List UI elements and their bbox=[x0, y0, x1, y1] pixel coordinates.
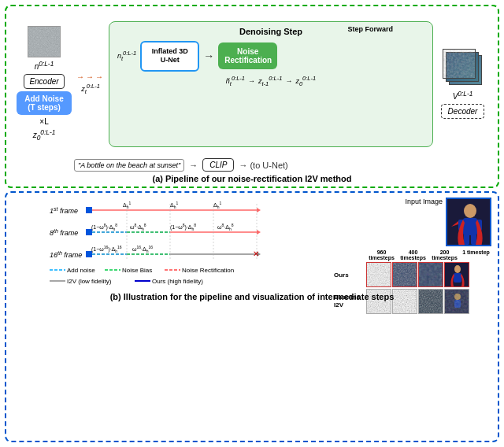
v-label: V0:L-1 bbox=[453, 90, 473, 101]
text-prompt: "A bottle on the beach at sunset" bbox=[74, 159, 184, 172]
unet-box: Inflated 3D U-Net bbox=[140, 41, 199, 72]
svg-rect-55 bbox=[367, 263, 391, 287]
svg-marker-13 bbox=[257, 208, 261, 212]
svg-rect-2 bbox=[443, 50, 476, 79]
ours-cell-960 bbox=[366, 262, 391, 287]
multiply-label: ×L bbox=[39, 117, 48, 126]
frame-arrow-diagram: 1st frame 8th frame 16th frame bbox=[13, 198, 328, 288]
svg-text:Δh1: Δh1 bbox=[170, 201, 178, 209]
ts-label-400: 400 timesteps bbox=[398, 249, 428, 260]
svg-rect-62 bbox=[454, 273, 461, 283]
timestep-header: 960 timesteps 400 timesteps 200 timestep… bbox=[334, 249, 491, 260]
top-panel: n0:L-1 Encoder Add Noise (T steps) ×L bbox=[5, 5, 499, 188]
svg-text:ω8·Δh8: ω8·Δh8 bbox=[217, 223, 234, 231]
svg-text:(1−ω16)·Δh16: (1−ω16)·Δh16 bbox=[91, 245, 122, 253]
top-panel-inner: n0:L-1 Encoder Add Noise (T steps) ×L bbox=[13, 11, 491, 183]
output-video-thumb bbox=[443, 49, 484, 87]
svg-text:✕: ✕ bbox=[253, 249, 259, 258]
ts-label-200: 200 timesteps bbox=[429, 249, 460, 260]
svg-rect-52 bbox=[464, 234, 469, 245]
right-image-section: Input Image bbox=[334, 198, 491, 288]
noise-thumbnail bbox=[28, 26, 61, 57]
svg-text:ω8·Δh8: ω8·Δh8 bbox=[130, 223, 146, 231]
ours-cell-1 bbox=[444, 262, 469, 287]
svg-text:I2V (low fidelity): I2V (low fidelity) bbox=[67, 278, 112, 285]
clip-arrow: → (to U-Net) bbox=[239, 161, 287, 170]
svg-rect-59 bbox=[419, 263, 443, 287]
input-image-label: Input Image bbox=[405, 198, 443, 205]
svg-text:Ours (high fidelity): Ours (high fidelity) bbox=[152, 278, 203, 285]
main-container: n0:L-1 Encoder Add Noise (T steps) ×L bbox=[0, 0, 504, 447]
ours-cell-400 bbox=[392, 262, 417, 287]
denoising-output-row: ñt0:L-1 → zt-10:L-1 → z00:L-1 bbox=[226, 75, 316, 87]
bottom-panel-inner: 1st frame 8th frame 16th frame bbox=[13, 198, 491, 436]
svg-text:(1−ω8)·Δh8: (1−ω8)·Δh8 bbox=[170, 223, 196, 231]
input-image-box bbox=[446, 198, 491, 246]
z-label: z00:L-1 bbox=[33, 128, 56, 142]
encoder-box: Encoder bbox=[24, 74, 64, 89]
svg-marker-24 bbox=[257, 230, 261, 235]
panel-b-label: (b) Illustration for the pipeline and vi… bbox=[13, 292, 491, 301]
ours-label: Ours bbox=[334, 272, 365, 279]
svg-text:(1−ω8)·Δh8: (1−ω8)·Δh8 bbox=[91, 223, 117, 231]
denoising-title: Denoising Step bbox=[239, 27, 302, 36]
clip-row: "A bottle on the beach at sunset" → CLIP… bbox=[13, 158, 491, 172]
decoder-box: Decoder bbox=[441, 104, 485, 119]
ts-label-960: 960 timesteps bbox=[366, 249, 397, 260]
svg-text:Noise Rectification: Noise Rectification bbox=[182, 267, 234, 274]
svg-rect-49 bbox=[463, 218, 477, 235]
diagram-area: 1st frame 8th frame 16th frame bbox=[13, 198, 491, 288]
svg-rect-57 bbox=[393, 263, 417, 287]
svg-text:ω16·Δh16: ω16·Δh16 bbox=[132, 245, 153, 253]
bottom-panel: 1st frame 8th frame 16th frame bbox=[5, 191, 499, 442]
encoder-section: n0:L-1 Encoder Add Noise (T steps) ×L bbox=[16, 26, 72, 142]
denoising-box: Denoising Step nt0:L-1 Inflated 3D U-Net… bbox=[109, 21, 433, 147]
input-image-area: Input Image bbox=[334, 198, 491, 246]
frame-arrows-svg: 1st frame 8th frame 16th frame bbox=[13, 198, 328, 288]
svg-text:Add noise: Add noise bbox=[67, 267, 95, 274]
prompt-arrow: → bbox=[189, 161, 198, 170]
nt-in-label: nt0:L-1 bbox=[117, 50, 136, 62]
panel-a-label: (a) Pipeline of our noise-rectification … bbox=[13, 174, 491, 183]
step-forward-label: Step Forward bbox=[347, 25, 393, 33]
svg-rect-8 bbox=[86, 251, 92, 257]
svg-text:Δh1: Δh1 bbox=[213, 201, 221, 209]
svg-rect-6 bbox=[86, 229, 92, 235]
svg-text:1st frame: 1st frame bbox=[50, 206, 78, 215]
arrow-1: → bbox=[203, 50, 214, 62]
zt-section: →→→ zt0:L-1 bbox=[76, 72, 105, 95]
svg-rect-4 bbox=[86, 207, 92, 213]
svg-point-61 bbox=[454, 265, 461, 273]
svg-text:8th frame: 8th frame bbox=[50, 228, 78, 237]
svg-point-48 bbox=[464, 204, 476, 218]
ours-row: Ours bbox=[334, 262, 491, 287]
svg-text:16th frame: 16th frame bbox=[50, 250, 82, 259]
svg-text:Noise Bias: Noise Bias bbox=[122, 267, 152, 274]
decoder-section: V0:L-1 Decoder bbox=[437, 49, 488, 119]
svg-rect-1 bbox=[28, 27, 61, 57]
add-noise-box: Add Noise (T steps) bbox=[17, 91, 72, 115]
zt-label: zt0:L-1 bbox=[81, 83, 100, 95]
svg-rect-53 bbox=[471, 234, 476, 245]
noise-rectification-box: Noise Rectification bbox=[218, 42, 277, 69]
n-label: n0:L-1 bbox=[35, 60, 54, 71]
denoising-inner: nt0:L-1 Inflated 3D U-Net → Noise Rectif… bbox=[117, 41, 424, 72]
clip-box: CLIP bbox=[202, 158, 234, 172]
dots-arrow: →→→ bbox=[76, 72, 105, 81]
ours-cell-200 bbox=[418, 262, 443, 287]
ts-label-1: 1 timestep bbox=[461, 249, 491, 260]
